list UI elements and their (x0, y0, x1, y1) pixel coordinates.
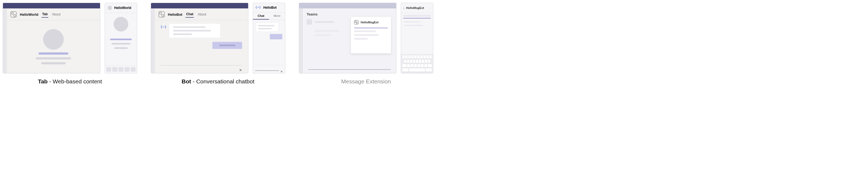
placeholder-line (38, 52, 68, 55)
mobile-tab-chat[interactable]: Chat (253, 12, 269, 20)
keyboard[interactable] (401, 54, 433, 73)
mobile-header: HelloBot (253, 3, 285, 12)
placeholder-line (354, 38, 368, 40)
compose-box[interactable] (161, 65, 242, 70)
placeholder-lines (315, 30, 339, 36)
popup-title: HelloMsgExt (361, 21, 378, 24)
bot-icon (256, 6, 261, 9)
svg-point-3 (258, 7, 259, 8)
compose-input[interactable] (255, 70, 279, 71)
incoming-message (161, 23, 242, 38)
placeholder-line (315, 21, 334, 23)
placeholder-icon (307, 19, 312, 25)
mobile-header: HelloWorld (105, 3, 137, 13)
tab-tab[interactable]: Tab (41, 11, 48, 18)
chat-area (155, 20, 248, 73)
back-icon[interactable]: ‹ (403, 6, 405, 10)
send-icon[interactable] (240, 68, 242, 70)
bot-mobile-window: HelloBot Chat More (253, 3, 285, 73)
svg-point-0 (163, 27, 163, 27)
outgoing-message (161, 42, 242, 49)
app-icon (159, 11, 164, 17)
app-rail (3, 8, 7, 73)
app-icon (354, 20, 359, 24)
bot-icon (161, 25, 166, 29)
placeholder-line (404, 25, 423, 26)
compose-input[interactable] (161, 69, 237, 70)
message-bubble-out (270, 34, 282, 40)
mobile-compose[interactable] (255, 65, 283, 71)
nav-item[interactable] (119, 67, 123, 72)
svg-point-1 (163, 27, 164, 27)
search-input[interactable] (403, 15, 431, 17)
tab-group: HelloWorld Tab About (3, 3, 137, 85)
placeholder-line (114, 47, 128, 49)
placeholder-line (173, 26, 206, 28)
msgext-mobile-window: ‹ HelloMsgExt (401, 3, 433, 73)
mobile-bottom-nav (105, 66, 137, 73)
popup-header: HelloMsgExt (354, 20, 388, 24)
bot-header: HelloBot Chat About (155, 8, 248, 20)
search-underline (403, 18, 431, 19)
placeholder-line (258, 28, 272, 29)
send-icon[interactable] (281, 69, 283, 71)
msgext-desktop-window: Teams HelloMsgExt (299, 3, 397, 73)
app-title: HelloWorld (20, 12, 38, 17)
mobile-title: HelloWorld (114, 6, 131, 10)
tab-desktop-window: HelloWorld Tab About (3, 3, 100, 73)
popup-search-underline[interactable] (354, 28, 388, 28)
placeholder-line (315, 34, 331, 36)
svg-point-2 (257, 7, 258, 8)
bot-caption: Bot - Conversational chatbot (182, 78, 254, 85)
mobile-header: ‹ HelloMsgExt (401, 3, 433, 13)
mobile-title: HelloMsgExt (406, 6, 424, 9)
bot-desktop-window: HelloBot Chat About (151, 3, 248, 73)
sidebar-label-teams: Teams (307, 12, 317, 16)
app-title: HelloBot (168, 12, 182, 17)
mobile-tab-more[interactable]: More (269, 12, 285, 20)
placeholder-line (41, 62, 66, 65)
tab-mobile-window: HelloWorld (105, 3, 137, 73)
nav-item[interactable] (131, 67, 135, 72)
placeholder-line (173, 33, 192, 35)
mobile-title: HelloBot (263, 6, 277, 9)
placeholder-line (110, 39, 132, 40)
placeholder-line (173, 30, 211, 31)
placeholder-line (354, 34, 378, 36)
window-titlebar (3, 3, 100, 8)
placeholder-line (36, 57, 71, 59)
nav-item[interactable] (112, 67, 117, 72)
nav-item[interactable] (124, 67, 129, 72)
mobile-tabs: Chat More (253, 12, 285, 20)
mobile-chat-area (253, 20, 285, 65)
msgext-popup: HelloMsgExt (351, 17, 391, 53)
bot-group: HelloBot Chat About (151, 3, 285, 85)
message-bubble (256, 23, 279, 32)
tab-header: HelloWorld Tab About (7, 8, 100, 20)
avatar-icon (107, 6, 112, 10)
placeholder-line (258, 25, 274, 26)
window-titlebar (299, 3, 396, 8)
message-bubble-out (212, 42, 242, 49)
placeholder-line (315, 30, 339, 32)
msgext-content: Teams HelloMsgExt (303, 8, 396, 73)
app-rail (299, 8, 303, 73)
nav-item[interactable] (106, 67, 111, 72)
tab-chat[interactable]: Chat (185, 11, 194, 18)
list-item (307, 19, 334, 25)
window-titlebar (151, 3, 248, 8)
placeholder-line (354, 30, 376, 32)
avatar-placeholder-icon (43, 29, 64, 50)
mobile-content (105, 13, 137, 66)
msgext-group: Teams HelloMsgExt (299, 3, 433, 85)
app-rail (151, 8, 155, 73)
placeholder-line (404, 21, 420, 23)
message-bubble (169, 23, 220, 38)
placeholder-line (219, 45, 236, 46)
mobile-results (401, 21, 433, 26)
compose-underline[interactable] (308, 69, 391, 70)
tab-caption: Tab - Web-based content (38, 78, 102, 85)
tab-content (7, 20, 100, 73)
tab-about[interactable]: About (197, 11, 207, 17)
tab-about[interactable]: About (52, 11, 61, 17)
